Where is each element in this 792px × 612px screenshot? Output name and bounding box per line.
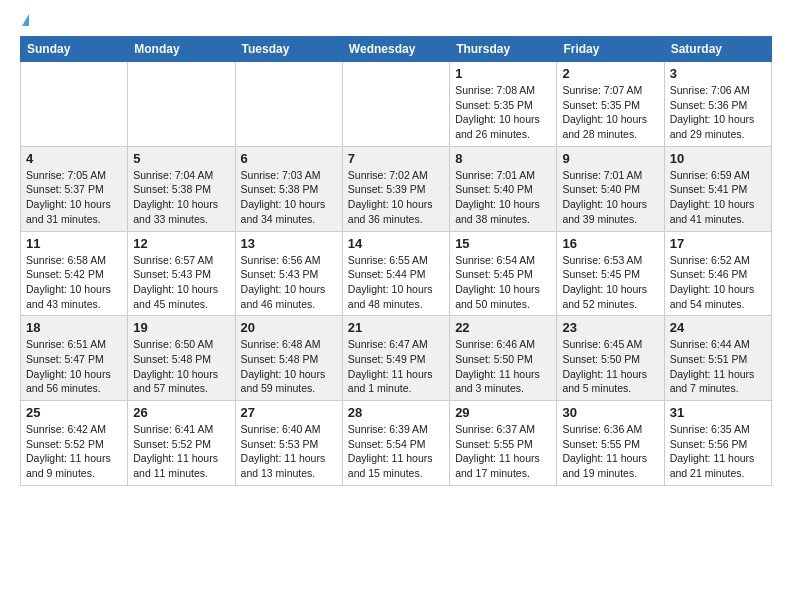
cell-day-number: 23 (562, 320, 658, 335)
cell-day-info: Sunrise: 7:05 AMSunset: 5:37 PMDaylight:… (26, 168, 122, 227)
cell-day-number: 6 (241, 151, 337, 166)
logo (20, 16, 29, 28)
calendar-cell: 2Sunrise: 7:07 AMSunset: 5:35 PMDaylight… (557, 62, 664, 147)
calendar-cell: 5Sunrise: 7:04 AMSunset: 5:38 PMDaylight… (128, 146, 235, 231)
calendar-cell (235, 62, 342, 147)
cell-day-info: Sunrise: 6:41 AMSunset: 5:52 PMDaylight:… (133, 422, 229, 481)
cell-day-number: 3 (670, 66, 766, 81)
cell-day-info: Sunrise: 7:01 AMSunset: 5:40 PMDaylight:… (455, 168, 551, 227)
cell-day-info: Sunrise: 6:45 AMSunset: 5:50 PMDaylight:… (562, 337, 658, 396)
cell-day-info: Sunrise: 6:59 AMSunset: 5:41 PMDaylight:… (670, 168, 766, 227)
logo-triangle-icon (22, 14, 29, 26)
cell-day-number: 16 (562, 236, 658, 251)
cell-day-info: Sunrise: 6:46 AMSunset: 5:50 PMDaylight:… (455, 337, 551, 396)
cell-day-info: Sunrise: 6:56 AMSunset: 5:43 PMDaylight:… (241, 253, 337, 312)
week-row-2: 4Sunrise: 7:05 AMSunset: 5:37 PMDaylight… (21, 146, 772, 231)
calendar-cell: 11Sunrise: 6:58 AMSunset: 5:42 PMDayligh… (21, 231, 128, 316)
calendar-cell: 16Sunrise: 6:53 AMSunset: 5:45 PMDayligh… (557, 231, 664, 316)
cell-day-number: 22 (455, 320, 551, 335)
col-tuesday: Tuesday (235, 37, 342, 62)
calendar-cell: 12Sunrise: 6:57 AMSunset: 5:43 PMDayligh… (128, 231, 235, 316)
cell-day-info: Sunrise: 7:03 AMSunset: 5:38 PMDaylight:… (241, 168, 337, 227)
page-header (20, 16, 772, 28)
cell-day-info: Sunrise: 7:01 AMSunset: 5:40 PMDaylight:… (562, 168, 658, 227)
col-saturday: Saturday (664, 37, 771, 62)
cell-day-number: 1 (455, 66, 551, 81)
cell-day-info: Sunrise: 6:47 AMSunset: 5:49 PMDaylight:… (348, 337, 444, 396)
cell-day-info: Sunrise: 6:37 AMSunset: 5:55 PMDaylight:… (455, 422, 551, 481)
col-wednesday: Wednesday (342, 37, 449, 62)
cell-day-number: 8 (455, 151, 551, 166)
cell-day-number: 11 (26, 236, 122, 251)
cell-day-info: Sunrise: 6:36 AMSunset: 5:55 PMDaylight:… (562, 422, 658, 481)
cell-day-number: 18 (26, 320, 122, 335)
cell-day-info: Sunrise: 6:58 AMSunset: 5:42 PMDaylight:… (26, 253, 122, 312)
calendar-table: Sunday Monday Tuesday Wednesday Thursday… (20, 36, 772, 486)
cell-day-number: 17 (670, 236, 766, 251)
calendar-cell: 3Sunrise: 7:06 AMSunset: 5:36 PMDaylight… (664, 62, 771, 147)
week-row-4: 18Sunrise: 6:51 AMSunset: 5:47 PMDayligh… (21, 316, 772, 401)
col-friday: Friday (557, 37, 664, 62)
calendar-cell: 23Sunrise: 6:45 AMSunset: 5:50 PMDayligh… (557, 316, 664, 401)
cell-day-info: Sunrise: 6:40 AMSunset: 5:53 PMDaylight:… (241, 422, 337, 481)
calendar-cell: 21Sunrise: 6:47 AMSunset: 5:49 PMDayligh… (342, 316, 449, 401)
col-monday: Monday (128, 37, 235, 62)
cell-day-info: Sunrise: 6:50 AMSunset: 5:48 PMDaylight:… (133, 337, 229, 396)
calendar-cell (21, 62, 128, 147)
calendar-cell: 6Sunrise: 7:03 AMSunset: 5:38 PMDaylight… (235, 146, 342, 231)
cell-day-info: Sunrise: 7:04 AMSunset: 5:38 PMDaylight:… (133, 168, 229, 227)
cell-day-info: Sunrise: 7:02 AMSunset: 5:39 PMDaylight:… (348, 168, 444, 227)
cell-day-number: 14 (348, 236, 444, 251)
cell-day-info: Sunrise: 6:44 AMSunset: 5:51 PMDaylight:… (670, 337, 766, 396)
logo-general (20, 16, 29, 28)
cell-day-info: Sunrise: 7:07 AMSunset: 5:35 PMDaylight:… (562, 83, 658, 142)
cell-day-info: Sunrise: 6:53 AMSunset: 5:45 PMDaylight:… (562, 253, 658, 312)
cell-day-number: 4 (26, 151, 122, 166)
calendar-cell: 31Sunrise: 6:35 AMSunset: 5:56 PMDayligh… (664, 401, 771, 486)
cell-day-number: 25 (26, 405, 122, 420)
cell-day-info: Sunrise: 6:42 AMSunset: 5:52 PMDaylight:… (26, 422, 122, 481)
calendar-cell: 15Sunrise: 6:54 AMSunset: 5:45 PMDayligh… (450, 231, 557, 316)
cell-day-number: 31 (670, 405, 766, 420)
cell-day-number: 20 (241, 320, 337, 335)
cell-day-number: 9 (562, 151, 658, 166)
calendar-cell: 20Sunrise: 6:48 AMSunset: 5:48 PMDayligh… (235, 316, 342, 401)
cell-day-number: 5 (133, 151, 229, 166)
cell-day-number: 26 (133, 405, 229, 420)
calendar-cell: 18Sunrise: 6:51 AMSunset: 5:47 PMDayligh… (21, 316, 128, 401)
calendar-cell: 19Sunrise: 6:50 AMSunset: 5:48 PMDayligh… (128, 316, 235, 401)
calendar-cell (342, 62, 449, 147)
cell-day-number: 24 (670, 320, 766, 335)
cell-day-number: 21 (348, 320, 444, 335)
cell-day-info: Sunrise: 7:06 AMSunset: 5:36 PMDaylight:… (670, 83, 766, 142)
calendar-cell: 14Sunrise: 6:55 AMSunset: 5:44 PMDayligh… (342, 231, 449, 316)
cell-day-number: 7 (348, 151, 444, 166)
cell-day-info: Sunrise: 7:08 AMSunset: 5:35 PMDaylight:… (455, 83, 551, 142)
calendar-cell: 25Sunrise: 6:42 AMSunset: 5:52 PMDayligh… (21, 401, 128, 486)
cell-day-info: Sunrise: 6:55 AMSunset: 5:44 PMDaylight:… (348, 253, 444, 312)
calendar-cell: 26Sunrise: 6:41 AMSunset: 5:52 PMDayligh… (128, 401, 235, 486)
cell-day-info: Sunrise: 6:39 AMSunset: 5:54 PMDaylight:… (348, 422, 444, 481)
week-row-3: 11Sunrise: 6:58 AMSunset: 5:42 PMDayligh… (21, 231, 772, 316)
cell-day-info: Sunrise: 6:51 AMSunset: 5:47 PMDaylight:… (26, 337, 122, 396)
cell-day-number: 29 (455, 405, 551, 420)
col-sunday: Sunday (21, 37, 128, 62)
week-row-5: 25Sunrise: 6:42 AMSunset: 5:52 PMDayligh… (21, 401, 772, 486)
col-thursday: Thursday (450, 37, 557, 62)
cell-day-number: 2 (562, 66, 658, 81)
calendar-cell: 17Sunrise: 6:52 AMSunset: 5:46 PMDayligh… (664, 231, 771, 316)
cell-day-info: Sunrise: 6:35 AMSunset: 5:56 PMDaylight:… (670, 422, 766, 481)
cell-day-number: 30 (562, 405, 658, 420)
calendar-cell: 13Sunrise: 6:56 AMSunset: 5:43 PMDayligh… (235, 231, 342, 316)
calendar-cell (128, 62, 235, 147)
cell-day-number: 27 (241, 405, 337, 420)
calendar-cell: 24Sunrise: 6:44 AMSunset: 5:51 PMDayligh… (664, 316, 771, 401)
calendar-cell: 1Sunrise: 7:08 AMSunset: 5:35 PMDaylight… (450, 62, 557, 147)
cell-day-number: 19 (133, 320, 229, 335)
calendar-cell: 8Sunrise: 7:01 AMSunset: 5:40 PMDaylight… (450, 146, 557, 231)
calendar-cell: 9Sunrise: 7:01 AMSunset: 5:40 PMDaylight… (557, 146, 664, 231)
calendar-cell: 30Sunrise: 6:36 AMSunset: 5:55 PMDayligh… (557, 401, 664, 486)
calendar-cell: 4Sunrise: 7:05 AMSunset: 5:37 PMDaylight… (21, 146, 128, 231)
cell-day-number: 13 (241, 236, 337, 251)
cell-day-number: 28 (348, 405, 444, 420)
